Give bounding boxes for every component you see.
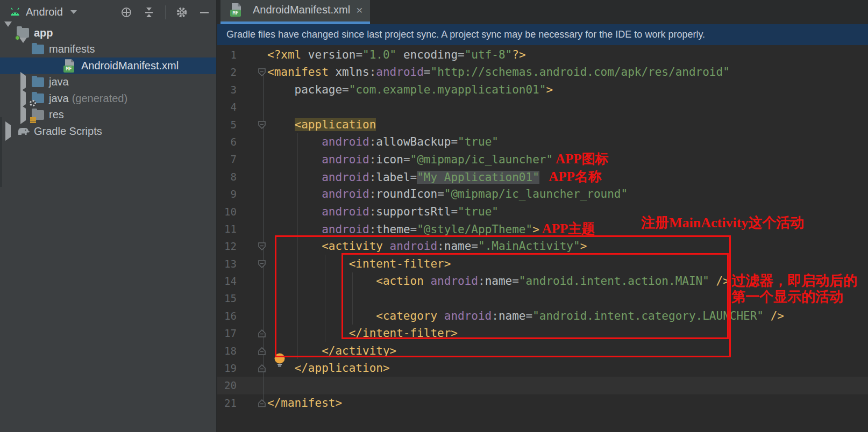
fold-region-end-icon[interactable] <box>258 399 266 407</box>
code-text: <activity android:name=".MainActivity"> <box>267 237 587 255</box>
panel-scrollbar-thumb[interactable] <box>0 117 2 187</box>
toolbar-separator <box>165 5 166 19</box>
expanded-arrow-icon[interactable] <box>4 27 13 39</box>
manifest-file: MF <box>63 59 77 72</box>
annotation-intent-filter: 过滤器，即启动后的 第一个显示的活动 <box>731 273 857 305</box>
gutter <box>237 255 267 272</box>
editor-tab-strip: MF AndroidManifest.xml × <box>217 0 868 24</box>
collapsed-arrow-icon[interactable] <box>19 76 28 88</box>
fold-region-end-icon[interactable] <box>258 329 266 337</box>
code-line-5[interactable]: 5 <application <box>217 116 868 133</box>
fold-region-end-icon[interactable] <box>258 347 266 355</box>
line-number: 13 <box>217 255 237 272</box>
code-text: <intent-filter> <box>267 255 451 272</box>
code-text: </manifest> <box>267 394 342 412</box>
expanded-arrow-icon[interactable] <box>19 43 28 55</box>
folder-blue <box>31 76 45 89</box>
editor-area: MF AndroidManifest.xml × Gradle files ha… <box>217 0 868 432</box>
tree-item-res[interactable]: res <box>0 107 216 124</box>
locate-icon[interactable] <box>120 6 133 19</box>
annotation-register-activity: 注册MainActivity这个活动 <box>641 215 804 231</box>
gutter <box>237 272 267 290</box>
line-number: 17 <box>217 325 237 342</box>
line-number: 18 <box>217 342 237 359</box>
code-line-12[interactable]: 12 <activity android:name=".MainActivity… <box>217 237 868 255</box>
code-line-3[interactable]: 3 package="com.example.myapplication01"> <box>217 81 868 98</box>
code-line-6[interactable]: 6 android:allowBackup="true" <box>217 133 868 150</box>
tree-item-label: manifests <box>49 43 95 55</box>
code-line-19[interactable]: 19 </application> <box>217 359 868 377</box>
code-text: <category android:name="android.intent.c… <box>267 307 784 325</box>
folder-generated <box>31 92 45 105</box>
gutter <box>237 325 267 342</box>
gutter <box>237 342 267 359</box>
gutter <box>237 81 267 98</box>
red-annotation: APP名称 <box>539 169 602 184</box>
project-panel-header: Android <box>0 0 216 24</box>
code-text: </activity> <box>267 342 396 359</box>
code-line-20[interactable]: 20 <box>217 377 868 394</box>
gutter <box>237 290 267 307</box>
code-line-21[interactable]: 21</manifest> <box>217 394 868 412</box>
gutter <box>237 359 267 377</box>
code-line-1[interactable]: 1<?xml version="1.0" encoding="utf-8"?> <box>217 46 868 63</box>
collapse-all-icon[interactable] <box>143 6 155 19</box>
tree-item-gradle-scripts[interactable]: Gradle Scripts <box>0 123 216 140</box>
gutter <box>237 185 267 203</box>
line-number: 7 <box>217 150 237 168</box>
fold-region-start-icon[interactable] <box>258 68 266 76</box>
annotation-intent-filter-line2: 第一个显示的活动 <box>731 289 857 305</box>
line-number: 15 <box>217 290 237 307</box>
gutter <box>237 98 267 116</box>
tree-item-manifests[interactable]: manifests <box>0 41 216 58</box>
gradle-sync-notification: Gradle files have changed since last pro… <box>217 24 868 45</box>
intention-bulb-icon[interactable] <box>273 352 287 368</box>
code-line-17[interactable]: 17 </intent-filter> <box>217 325 868 342</box>
code-line-18[interactable]: 18 </activity> <box>217 342 868 359</box>
code-line-9[interactable]: 9 android:roundIcon="@mipmap/ic_launcher… <box>217 185 868 203</box>
tree-item-app[interactable]: app <box>0 25 216 41</box>
fold-region-start-icon[interactable] <box>258 242 266 250</box>
line-number: 3 <box>217 81 237 98</box>
tab-androidmanifest[interactable]: MF AndroidManifest.xml × <box>220 0 370 24</box>
line-number: 1 <box>217 46 237 63</box>
code-text: android:theme="@style/AppTheme"> APP主题 <box>267 220 595 237</box>
indent-guide <box>297 133 298 359</box>
indent-guide <box>325 255 325 342</box>
folder-res <box>31 109 45 121</box>
code-text: android:roundIcon="@mipmap/ic_launcher_r… <box>267 185 628 203</box>
collapsed-arrow-icon[interactable] <box>19 109 28 121</box>
gradle-elephant <box>16 125 30 138</box>
gutter <box>237 394 267 412</box>
line-number: 16 <box>217 307 237 325</box>
line-number: 5 <box>217 116 237 133</box>
fold-region-end-icon[interactable] <box>258 364 266 372</box>
collapsed-arrow-icon[interactable] <box>4 125 13 138</box>
code-line-2[interactable]: 2<manifest xmlns:android="http://schemas… <box>217 63 868 81</box>
code-text: android:label="My Application01" APP名称 <box>267 168 602 185</box>
tree-item-java[interactable]: java(generated) <box>0 90 216 107</box>
line-number: 14 <box>217 272 237 290</box>
gutter <box>237 133 267 150</box>
project-view-selector[interactable]: Android <box>9 6 77 19</box>
code-line-16[interactable]: 16 <category android:name="android.inten… <box>217 307 868 325</box>
close-tab-icon[interactable]: × <box>356 4 362 16</box>
hide-panel-icon[interactable] <box>198 6 211 19</box>
project-view-label: Android <box>26 6 63 18</box>
code-line-7[interactable]: 7 android:icon="@mipmap/ic_launcher" APP… <box>217 150 868 168</box>
tree-item-androidmanifest-xml[interactable]: MFAndroidManifest.xml <box>0 57 216 74</box>
tree-item-label: java <box>49 92 69 105</box>
project-tree: appmanifestsMFAndroidManifest.xmljavajav… <box>0 25 216 140</box>
tree-item-java[interactable]: java <box>0 74 216 91</box>
settings-icon[interactable] <box>175 6 188 19</box>
line-number: 21 <box>217 394 237 412</box>
line-number: 20 <box>217 377 237 394</box>
fold-region-start-icon[interactable] <box>258 260 266 268</box>
collapsed-arrow-icon[interactable] <box>19 92 28 105</box>
code-line-13[interactable]: 13 <intent-filter> <box>217 255 868 272</box>
code-editor[interactable]: 1<?xml version="1.0" encoding="utf-8"?>2… <box>217 45 868 432</box>
code-text: <application <box>267 116 376 133</box>
fold-region-start-icon[interactable] <box>258 121 266 129</box>
code-line-4[interactable]: 4 <box>217 98 868 116</box>
code-line-8[interactable]: 8 android:label="My Application01" APP名称 <box>217 168 868 185</box>
